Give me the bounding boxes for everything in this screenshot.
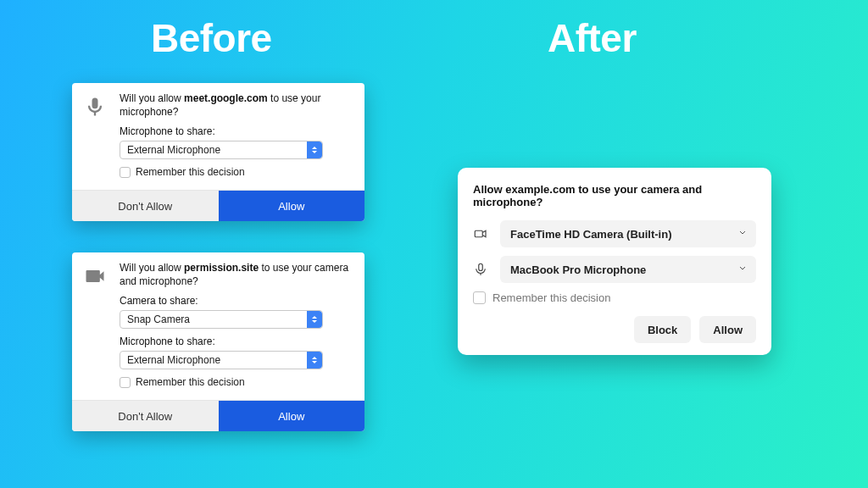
microphone-icon [83,95,107,186]
permission-prompt: Will you allow permission.site to use yo… [120,261,356,288]
microphone-select-value: MacBook Pro Microphone [510,263,646,276]
allow-button[interactable]: Allow [219,401,365,431]
camera-select[interactable]: Snap Camera [120,310,323,329]
block-button[interactable]: Block [634,316,691,343]
before-dialog-camera-mic: Will you allow permission.site to use yo… [72,252,364,431]
dont-allow-button[interactable]: Don't Allow [72,401,219,431]
permission-prompt: Allow example.com to use your camera and… [473,183,756,208]
microphone-share-label: Microphone to share: [120,125,356,137]
permission-prompt: Will you allow meet.google.com to use yo… [120,92,356,119]
microphone-select-value: External Microphone [127,144,220,156]
microphone-select[interactable]: External Microphone [120,141,323,159]
chevron-down-icon [737,228,748,241]
allow-button[interactable]: Allow [699,316,756,343]
before-dialog-microphone: Will you allow meet.google.com to use yo… [72,83,364,221]
heading-after: After [548,15,637,61]
microphone-icon [473,262,488,277]
site-name: permission.site [184,262,259,274]
checkbox-icon [120,377,131,388]
remember-label: Remember this decision [136,376,245,388]
chevron-down-icon [737,263,748,276]
remember-decision-checkbox[interactable]: Remember this decision [120,376,356,388]
remember-decision-checkbox[interactable]: Remember this decision [473,291,756,304]
camera-select-value: FaceTime HD Camera (Built-in) [510,228,671,241]
remember-decision-checkbox[interactable]: Remember this decision [120,166,356,178]
camera-select[interactable]: FaceTime HD Camera (Built-in) [500,220,756,247]
after-dialog: Allow example.com to use your camera and… [458,168,771,355]
checkbox-icon [473,291,486,304]
dont-allow-button[interactable]: Don't Allow [72,191,219,221]
camera-share-label: Camera to share: [120,295,356,307]
checkbox-icon [120,167,131,178]
microphone-select-value: External Microphone [127,354,220,366]
camera-icon [473,226,488,241]
select-stepper-icon [307,352,322,369]
select-stepper-icon [307,311,322,328]
heading-before: Before [151,15,272,61]
svg-rect-0 [475,230,482,237]
camera-icon [83,264,107,396]
select-stepper-icon [307,141,322,158]
allow-button[interactable]: Allow [219,191,365,221]
camera-select-value: Snap Camera [127,313,190,325]
svg-rect-1 [479,263,483,270]
site-name: meet.google.com [184,92,268,104]
microphone-select[interactable]: MacBook Pro Microphone [500,256,756,283]
microphone-select[interactable]: External Microphone [120,351,323,369]
remember-label: Remember this decision [136,166,245,178]
remember-label: Remember this decision [492,291,610,304]
microphone-share-label: Microphone to share: [120,336,356,347]
